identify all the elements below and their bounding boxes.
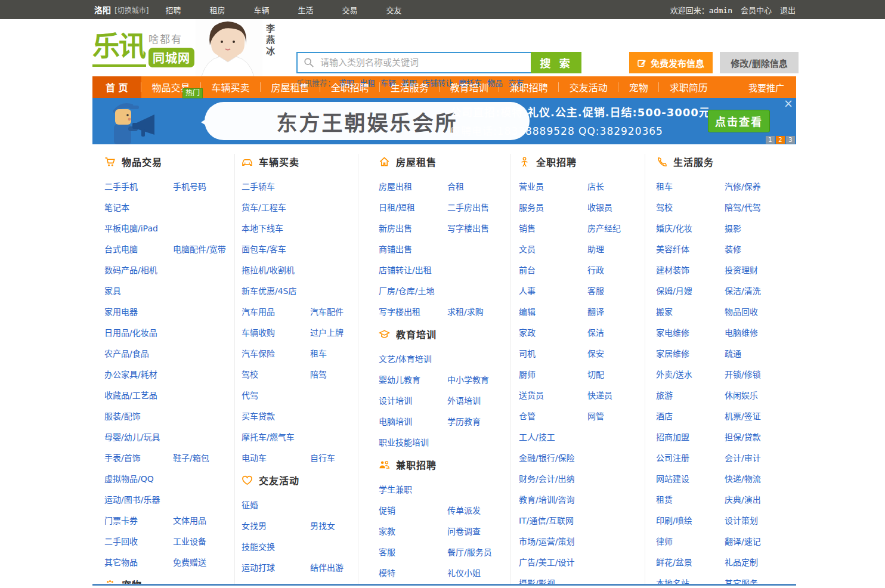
category-link[interactable]: 客服 <box>587 284 604 296</box>
category-link[interactable]: 汽车用品 <box>242 305 310 317</box>
category-link[interactable]: 家具 <box>104 284 173 296</box>
category-link[interactable]: 驾校 <box>242 368 310 380</box>
category-link[interactable]: 文体用品 <box>173 514 206 526</box>
category-link[interactable]: 租赁 <box>656 493 725 505</box>
category-link[interactable]: 汽修/保养 <box>725 180 761 192</box>
category-link[interactable]: 租车 <box>310 347 327 359</box>
category-link[interactable]: 建材装饰 <box>656 264 725 276</box>
category-link[interactable]: 手表/首饰 <box>104 451 173 463</box>
category-link[interactable]: 买车贷款 <box>242 410 310 422</box>
category-link[interactable]: 招商加盟 <box>656 431 725 442</box>
switch-city-link[interactable]: [切换城市] <box>115 5 148 15</box>
edit-delete-button[interactable]: 修改/删除信息 <box>720 52 799 73</box>
banner-view-button[interactable]: 点击查看 <box>708 110 770 132</box>
category-link[interactable]: 疏通 <box>725 347 741 359</box>
category-link[interactable]: 职业技能培训 <box>379 436 447 448</box>
category-link[interactable]: 印刷/喷绘 <box>656 514 725 526</box>
category-link[interactable]: 陪驾 <box>310 368 327 380</box>
category-link[interactable]: 公司注册 <box>656 451 725 463</box>
category-link[interactable]: 促销 <box>379 504 447 516</box>
promote-link[interactable]: 我要推广 <box>737 76 796 98</box>
category-link[interactable]: 文员 <box>519 243 587 255</box>
category-link[interactable]: 前台 <box>519 264 587 276</box>
category-link[interactable]: 摄影 <box>725 222 741 234</box>
category-link[interactable]: 切配 <box>587 368 604 380</box>
category-link[interactable]: 客服 <box>379 546 447 558</box>
category-link[interactable]: 问卷调查 <box>447 525 481 537</box>
category-link[interactable]: 数码产品/相机 <box>104 264 173 276</box>
category-link[interactable]: 平板电脑/iPad <box>104 222 173 234</box>
category-link[interactable]: 运动/图书/乐器 <box>104 493 173 505</box>
category-link[interactable]: 设计培训 <box>379 394 447 406</box>
category-link[interactable]: 服装/配饰 <box>104 410 173 422</box>
category-link[interactable]: IT/通信/互联网 <box>519 514 587 526</box>
post-info-button[interactable]: 免费发布信息 <box>629 52 713 73</box>
category-link[interactable]: 家居维修 <box>656 347 725 359</box>
category-link[interactable]: 司机 <box>519 347 587 359</box>
banner-page-1[interactable]: 1 <box>766 136 775 144</box>
category-link[interactable]: 鲜花/盆景 <box>656 556 725 568</box>
category-link[interactable]: 电动车 <box>242 451 310 463</box>
category-link[interactable]: 网管 <box>587 410 604 422</box>
category-link[interactable]: 家用电器 <box>104 305 173 317</box>
category-link[interactable]: 商铺出售 <box>379 243 447 255</box>
category-link[interactable]: 礼仪小姐 <box>447 567 481 578</box>
category-link[interactable]: 新车优惠/4S店 <box>242 284 310 296</box>
category-link[interactable]: 庆典/演出 <box>725 493 761 505</box>
category-link[interactable]: 学生兼职 <box>379 483 447 495</box>
category-link[interactable]: 广告/美工/设计 <box>519 556 587 568</box>
category-link[interactable]: 外卖/送水 <box>656 368 725 380</box>
nav-item-10[interactable]: 宠物 <box>618 76 659 98</box>
category-link[interactable]: 摄影/影视 <box>519 577 587 584</box>
category-link[interactable]: 货车/工程车 <box>242 201 310 213</box>
category-link[interactable]: 店长 <box>587 180 604 192</box>
category-link[interactable]: 本地下线车 <box>242 222 310 234</box>
category-link[interactable]: 快递/物流 <box>725 472 761 484</box>
category-link[interactable]: 求租/求购 <box>447 305 484 317</box>
category-link[interactable]: 金融/银行/保险 <box>519 451 587 463</box>
category-link[interactable]: 门票卡券 <box>104 514 173 526</box>
category-link[interactable]: 其它物品 <box>104 556 173 568</box>
topbar-menu-item[interactable]: 交易 <box>342 4 357 16</box>
banner-page-3[interactable]: 3 <box>786 136 795 144</box>
nav-item-3[interactable]: 车辆买卖 <box>201 76 261 98</box>
category-link[interactable]: 保安 <box>587 347 604 359</box>
category-link[interactable]: 汽车保险 <box>242 347 310 359</box>
category-link[interactable]: 店铺转让/出租 <box>379 264 447 276</box>
search-button[interactable]: 搜 索 <box>531 52 581 73</box>
category-link[interactable]: 学历教育 <box>447 415 481 427</box>
logout-link[interactable]: 退出 <box>780 4 796 16</box>
site-logo[interactable]: 乐讯 啥都有 同城网 <box>92 29 194 67</box>
category-link[interactable]: 房屋出租 <box>379 180 447 192</box>
category-link[interactable]: 过户上牌 <box>310 326 344 338</box>
category-link[interactable]: 本地名站 <box>656 577 725 584</box>
category-link[interactable]: 家政 <box>519 326 587 338</box>
category-link[interactable]: 其它服务 <box>725 577 758 584</box>
category-link[interactable]: 编辑 <box>519 305 587 317</box>
category-link[interactable]: 教育/培训/咨询 <box>519 493 587 505</box>
category-link[interactable]: 仓管 <box>519 410 587 422</box>
category-link[interactable]: 厂房/仓库/土地 <box>379 284 447 296</box>
category-link[interactable]: 电脑维修 <box>725 326 758 338</box>
banner-close-icon[interactable]: × <box>784 98 793 109</box>
category-link[interactable]: 电脑配件/宽带 <box>173 243 226 255</box>
topbar-menu-item[interactable]: 生活 <box>298 4 313 16</box>
category-link[interactable]: 财务/会计/出纳 <box>519 472 587 484</box>
category-link[interactable]: 写字楼出租 <box>379 305 447 317</box>
category-link[interactable]: 翻译 <box>587 305 604 317</box>
category-link[interactable]: 笔记本 <box>104 201 173 213</box>
category-link[interactable]: 男找女 <box>310 519 335 531</box>
category-link[interactable]: 免费赠送 <box>173 556 206 568</box>
category-link[interactable]: 摩托车/燃气车 <box>242 431 310 442</box>
category-link[interactable]: 二手回收 <box>104 535 173 547</box>
category-link[interactable]: 拖拉机/收割机 <box>242 264 310 276</box>
category-link[interactable]: 运动打球 <box>242 561 310 573</box>
category-link[interactable]: 工业设备 <box>173 535 206 547</box>
category-link[interactable]: 汽车配件 <box>310 305 344 317</box>
category-link[interactable]: 收藏品/工艺品 <box>104 389 173 401</box>
category-link[interactable]: 二手手机 <box>104 180 173 192</box>
nav-item-4[interactable]: 房屋租售 <box>261 76 320 98</box>
search-input[interactable] <box>319 54 531 72</box>
category-link[interactable]: 旅游 <box>656 389 725 401</box>
category-link[interactable]: 礼品定制 <box>725 556 758 568</box>
